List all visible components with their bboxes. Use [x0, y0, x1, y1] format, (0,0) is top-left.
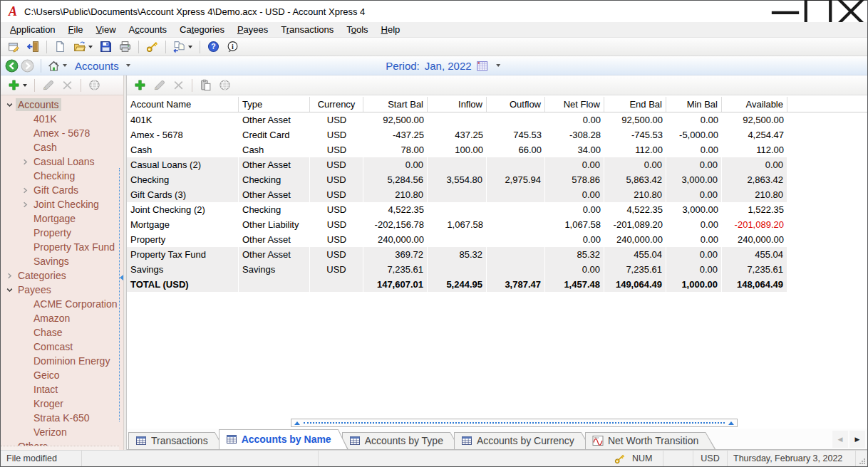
tab-accounts-by-name[interactable]: Accounts by Name	[219, 429, 348, 449]
table-row[interactable]: CheckingCheckingUSD5,284.563,554.802,975…	[127, 172, 867, 187]
tree-item-casual-loans[interactable]: Casual Loans	[1, 154, 123, 169]
back-button[interactable]	[5, 59, 19, 73]
tab-scroll-left-button[interactable]: ◀	[832, 431, 848, 448]
exit-button[interactable]	[24, 39, 42, 54]
column-header-start-bal[interactable]: Start Bal	[363, 97, 428, 112]
save-button[interactable]	[97, 39, 115, 54]
tab-net-worth-transition[interactable]: maxNet Worth Transition	[585, 432, 715, 449]
table-row[interactable]: PropertyOther AssetUSD240,000.000.00240,…	[127, 232, 867, 247]
edit-button[interactable]	[39, 78, 57, 93]
forward-button[interactable]	[21, 59, 34, 73]
tab-accounts-by-type[interactable]: Accounts by Type	[342, 432, 460, 449]
tree-item-chase[interactable]: Chase	[1, 325, 123, 340]
table-row[interactable]: Joint Checking (2)CheckingUSD4,522.350.0…	[127, 202, 867, 217]
close-button[interactable]	[835, 1, 867, 22]
tree-item-401k[interactable]: 401K	[1, 112, 123, 126]
tab-scroll-right-button[interactable]: ▶	[849, 431, 865, 448]
column-header-inflow[interactable]: Inflow	[428, 97, 487, 112]
menu-tools[interactable]: Tools	[340, 23, 374, 36]
table-total-row[interactable]: TOTAL (USD)147,607.015,244.953,787.471,4…	[127, 277, 867, 292]
tree-item-comcast[interactable]: Comcast	[1, 340, 123, 354]
tree-item-categories[interactable]: Categories	[1, 268, 123, 283]
menu-transactions[interactable]: Transactions	[274, 23, 340, 36]
menu-application[interactable]: Application	[4, 23, 62, 36]
tree-item-kroger[interactable]: Kroger	[1, 397, 123, 411]
table-row[interactable]: Property Tax FundOther AssetUSD369.7285.…	[127, 247, 867, 262]
switch-pages-button[interactable]	[170, 39, 195, 54]
tree-item-savings[interactable]: Savings	[1, 254, 123, 268]
edit-button[interactable]	[150, 78, 168, 93]
minimize-button[interactable]	[769, 1, 802, 22]
chevron-closed-icon[interactable]	[4, 271, 15, 281]
column-header-end-bal[interactable]: End Bal	[604, 97, 666, 112]
menu-categories[interactable]: Categories	[173, 23, 231, 36]
tree-item-intact[interactable]: Intact	[1, 382, 123, 397]
menu-file[interactable]: File	[62, 23, 90, 36]
table-row[interactable]: 401KOther AssetUSD92,500.000.0092,500.00…	[127, 112, 867, 127]
add-button[interactable]	[5, 78, 30, 93]
open-folder-dropdown-caret[interactable]	[88, 46, 93, 48]
new-file-button[interactable]	[51, 39, 69, 54]
table-row[interactable]: SavingsSavingsUSD7,235.610.007,235.610.0…	[127, 262, 867, 277]
switch-pages-dropdown-caret[interactable]	[188, 46, 192, 48]
menu-payees[interactable]: Payees	[231, 23, 274, 36]
column-header-outflow[interactable]: Outflow	[487, 97, 545, 112]
table-row[interactable]: Gift Cards (3)Other AssetUSD210.800.0021…	[127, 187, 867, 202]
scrollbar-track[interactable]	[304, 422, 725, 424]
scroll-left-arrow-icon[interactable]	[294, 421, 300, 425]
tree-item-amazon[interactable]: Amazon	[1, 311, 123, 325]
window-properties-button[interactable]	[5, 39, 23, 54]
chevron-open-icon[interactable]	[4, 100, 15, 110]
table-row[interactable]: CashCashUSD78.00100.0066.0034.00112.000.…	[127, 142, 867, 157]
column-header-min-bal[interactable]: Min Bal	[666, 97, 722, 112]
column-header-net-flow[interactable]: Net Flow	[545, 97, 604, 112]
table-row[interactable]: Amex - 5678Credit CardUSD-437.25437.2574…	[127, 127, 867, 142]
delete-button[interactable]	[170, 78, 187, 93]
help-button[interactable]: ?	[205, 39, 222, 54]
tree-item-amex-5678[interactable]: Amex - 5678	[1, 126, 123, 140]
period-dropdown-caret[interactable]	[497, 64, 501, 67]
globe-button[interactable]	[216, 78, 234, 93]
tree-item-joint-checking[interactable]: Joint Checking	[1, 197, 123, 211]
sidebar-vertical-scrollbar[interactable]	[119, 168, 123, 421]
column-header-currency[interactable]: Currency	[310, 97, 363, 112]
tree-item-strata-k-650[interactable]: Strata K-650	[1, 411, 123, 425]
home-button[interactable]	[46, 58, 69, 73]
table-row[interactable]: MortgageOther LiabilityUSD-202,156.781,0…	[127, 217, 867, 232]
tree-item-accounts[interactable]: Accounts	[1, 98, 123, 112]
table-row[interactable]: Casual Loans (2)Other AssetUSD0.000.000.…	[127, 157, 867, 172]
print-button[interactable]	[116, 39, 134, 54]
maximize-button[interactable]	[802, 1, 835, 22]
menu-accounts[interactable]: Accounts	[123, 23, 173, 36]
key-button[interactable]	[143, 39, 161, 54]
menu-help[interactable]: Help	[375, 23, 407, 36]
tab-accounts-by-currency[interactable]: Accounts by Currency	[454, 432, 591, 449]
add-dropdown-caret[interactable]	[23, 84, 27, 87]
menu-view[interactable]: View	[90, 23, 123, 36]
tree-item-gift-cards[interactable]: Gift Cards	[1, 183, 123, 197]
delete-button[interactable]	[58, 78, 76, 93]
chevron-closed-icon[interactable]	[20, 185, 31, 196]
tree-item-property[interactable]: Property	[1, 226, 123, 240]
table-horizontal-scrollbar[interactable]	[291, 419, 738, 427]
add-button[interactable]	[131, 78, 149, 93]
calendar-icon[interactable]	[477, 60, 489, 72]
chevron-closed-icon[interactable]	[20, 157, 31, 167]
tree-item-property-tax-fund[interactable]: Property Tax Fund	[1, 240, 123, 254]
column-header-type[interactable]: Type	[239, 97, 310, 112]
tree-item-mortgage[interactable]: Mortgage	[1, 211, 123, 226]
tab-transactions[interactable]: Transactions	[128, 432, 225, 449]
info-button[interactable]: i	[224, 39, 242, 54]
home-dropdown-caret[interactable]	[63, 64, 67, 67]
column-header-available[interactable]: Available	[722, 97, 787, 112]
open-folder-button[interactable]	[71, 39, 95, 54]
tree-item-checking[interactable]: Checking	[1, 169, 123, 183]
tree-item-acme-corporation[interactable]: ACME Corporation	[1, 297, 123, 311]
resize-grip[interactable]	[856, 451, 867, 466]
scroll-right-arrow-icon[interactable]	[728, 421, 734, 425]
globe-button[interactable]	[86, 78, 103, 93]
tree-item-geico[interactable]: Geico	[1, 368, 123, 382]
column-header-account-name[interactable]: Account Name	[127, 97, 239, 112]
tree-item-dominion-energy[interactable]: Dominion Energy	[1, 354, 123, 368]
chevron-open-icon[interactable]	[4, 285, 15, 295]
